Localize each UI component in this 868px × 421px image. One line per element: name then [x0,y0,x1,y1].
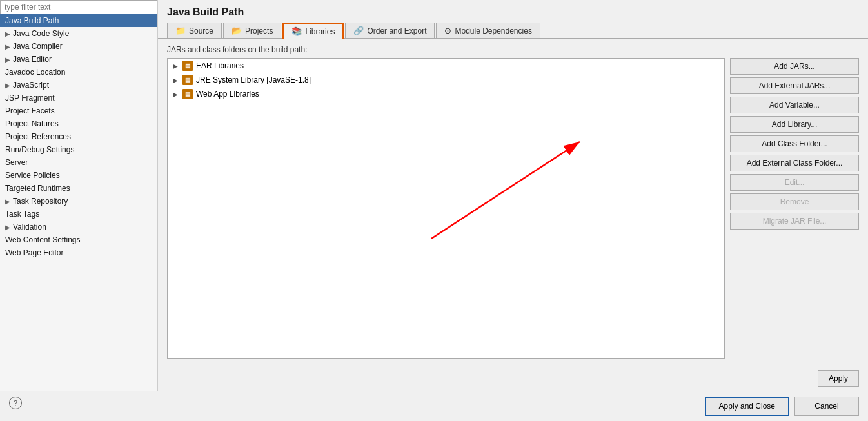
projects-icon: 📂 [232,26,242,35]
content-area: JARs and class folders on the build path… [158,39,868,366]
filter-input[interactable] [0,0,157,14]
sidebar-item-run-debug[interactable]: Run/Debug Settings [0,143,157,156]
sidebar-item-javadoc-location[interactable]: Javadoc Location [0,66,157,79]
footer: ? Apply and Close Cancel [0,391,868,421]
sidebar-item-java-code-style[interactable]: ▶ Java Code Style [0,27,157,40]
sidebar-item-service-policies[interactable]: Service Policies [0,169,157,182]
sidebar-item-java-build-path[interactable]: Java Build Path [0,14,157,27]
remove-button[interactable]: Remove [730,193,859,210]
add-jars-button[interactable]: Add JARs... [730,58,859,75]
sidebar-label: Service Policies [5,171,60,180]
tree-item-jre-label: JRE System Library [JavaSE-1.8] [196,75,311,84]
tab-module-deps-label: Module Dependencies [455,26,531,35]
sidebar-label: JSP Fragment [5,93,54,103]
sidebar-item-project-natures[interactable]: Project Natures [0,117,157,130]
sidebar-item-validation[interactable]: ▶ Validation [0,220,157,233]
migrate-jar-button[interactable]: Migrate JAR File... [730,213,859,230]
main-content: Java Build Path ▶ Java Code Style ▶ Java… [0,0,868,391]
sidebar-item-targeted-runtimes[interactable]: Targeted Runtimes [0,182,157,195]
properties-dialog: Java Build Path ▶ Java Code Style ▶ Java… [0,0,868,421]
tree-expand-arrow: ▶ [173,91,179,98]
sidebar-item-java-editor[interactable]: ▶ Java Editor [0,53,157,66]
module-deps-icon: ⊙ [444,26,451,35]
right-panel: Java Build Path 📁 Source 📂 Projects 📚 Li… [158,0,868,391]
tree-item-ear[interactable]: ▶ ▤ EAR Libraries [168,59,724,73]
tabs-bar: 📁 Source 📂 Projects 📚 Libraries 🔗 Order … [158,22,868,39]
expand-arrow: ▶ [5,30,10,37]
tab-libraries-label: Libraries [305,27,335,36]
sidebar-label: Project Natures [5,119,59,128]
sidebar-label: Java Compiler [13,42,63,51]
jre-lib-icon: ▤ [182,75,193,85]
tree-expand-arrow: ▶ [173,77,179,84]
add-external-jars-button[interactable]: Add External JARs... [730,77,859,94]
sidebar-label: Run/Debug Settings [5,145,74,154]
apply-button[interactable]: Apply [818,370,859,387]
sidebar-item-web-page-editor[interactable]: Web Page Editor [0,246,157,259]
help-button[interactable]: ? [9,397,22,409]
tree-item-jre[interactable]: ▶ ▤ JRE System Library [JavaSE-1.8] [168,73,724,87]
sidebar-label: Targeted Runtimes [5,184,70,193]
tab-module-dependencies[interactable]: ⊙ Module Dependencies [436,23,540,38]
sidebar-item-javascript[interactable]: ▶ JavaScript [0,79,157,92]
sidebar-label: Java Editor [13,55,52,64]
sidebar-items: Java Build Path ▶ Java Code Style ▶ Java… [0,14,157,391]
sidebar-label: Project References [5,132,71,141]
sidebar-item-task-repository[interactable]: ▶ Task Repository [0,195,157,208]
sidebar-label: Web Page Editor [5,248,64,257]
tab-order-export[interactable]: 🔗 Order and Export [345,23,435,38]
tab-source-label: Source [189,26,213,35]
tree-item-webapp-label: Web App Libraries [196,90,259,99]
sidebar-label: Java Code Style [13,29,69,38]
expand-arrow: ▶ [5,82,10,89]
edit-button[interactable]: Edit... [730,174,859,191]
sidebar-item-project-facets[interactable]: Project Facets [0,104,157,117]
webapp-lib-icon: ▤ [182,89,193,99]
sidebar-label: Javadoc Location [5,68,65,77]
sidebar-item-jsp-fragment[interactable]: JSP Fragment [0,92,157,104]
sidebar-label: Web Content Settings [5,235,81,244]
expand-arrow: ▶ [5,224,10,231]
tab-libraries[interactable]: 📚 Libraries [282,23,344,39]
sidebar-item-project-references[interactable]: Project References [0,130,157,143]
sidebar-item-server[interactable]: Server [0,156,157,169]
content-description: JARs and class folders on the build path… [167,45,859,54]
libraries-icon: 📚 [291,26,302,36]
apply-and-close-button[interactable]: Apply and Close [705,397,789,416]
sidebar: Java Build Path ▶ Java Code Style ▶ Java… [0,0,158,391]
sidebar-label: Validation [13,222,46,231]
tree-item-webapp[interactable]: ▶ ▤ Web App Libraries [168,87,724,101]
ear-lib-icon: ▤ [182,61,193,71]
sidebar-label: JavaScript [13,81,49,90]
buttons-panel: Add JARs... Add External JARs... Add Var… [730,58,859,359]
panel-title: Java Build Path [158,0,868,22]
tree-panel[interactable]: ▶ ▤ EAR Libraries ▶ ▤ JRE System Library… [167,58,725,359]
expand-arrow: ▶ [5,56,10,63]
bottom-bar: Apply [158,366,868,391]
tab-source[interactable]: 📁 Source [167,23,222,38]
sidebar-item-java-compiler[interactable]: ▶ Java Compiler [0,40,157,53]
sidebar-label: Task Tags [5,210,39,219]
sidebar-wrapper: Java Build Path ▶ Java Code Style ▶ Java… [0,14,157,391]
build-path-area: ▶ ▤ EAR Libraries ▶ ▤ JRE System Library… [167,58,859,359]
add-variable-button[interactable]: Add Variable... [730,97,859,113]
sidebar-label: Server [5,158,28,167]
sidebar-label: Task Repository [13,197,68,206]
add-class-folder-button[interactable]: Add Class Folder... [730,135,859,152]
add-library-button[interactable]: Add Library... [730,116,859,133]
sidebar-label: Java Build Path [5,16,59,25]
sidebar-item-task-tags[interactable]: Task Tags [0,208,157,220]
sidebar-label: Project Facets [5,106,55,115]
source-icon: 📁 [175,26,186,35]
add-external-class-folder-button[interactable]: Add External Class Folder... [730,155,859,171]
expand-arrow: ▶ [5,198,10,205]
tab-projects[interactable]: 📂 Projects [223,23,281,38]
tree-expand-arrow: ▶ [173,63,179,70]
order-export-icon: 🔗 [353,26,364,35]
cancel-button[interactable]: Cancel [794,397,859,416]
tab-order-export-label: Order and Export [367,26,426,35]
tree-item-ear-label: EAR Libraries [196,61,244,70]
tab-projects-label: Projects [245,26,273,35]
expand-arrow: ▶ [5,43,10,50]
sidebar-item-web-content-settings[interactable]: Web Content Settings [0,233,157,246]
